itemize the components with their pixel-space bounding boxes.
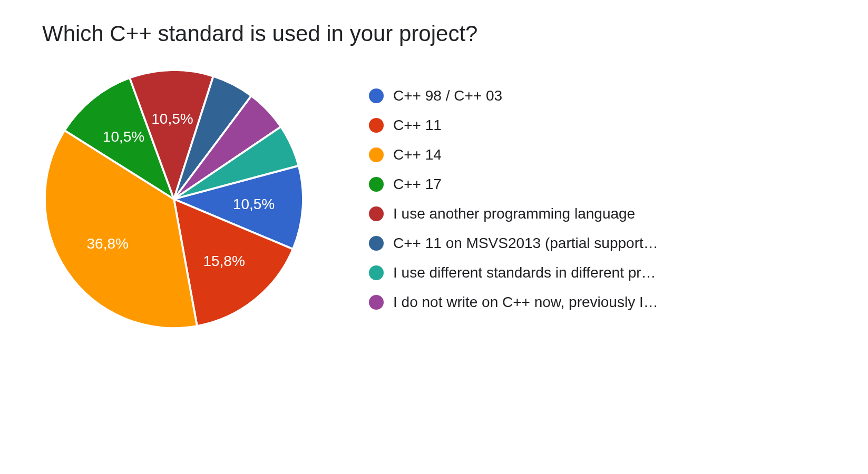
legend-label: C++ 11 [393,117,442,134]
legend-dot [369,147,384,162]
legend-label: I use different standards in different p… [393,264,656,281]
legend-item[interactable]: C++ 98 / C++ 03 [369,87,658,104]
legend-dot [369,177,384,192]
legend-dot [369,265,384,280]
legend-label: I use another programming language [393,205,635,222]
legend-label: C++ 98 / C++ 03 [393,87,502,104]
legend-label: I do not write on C++ now, previously I… [393,294,658,311]
legend-dot [369,88,384,103]
legend-item[interactable]: C++ 11 [369,117,658,134]
legend-label: C++ 14 [393,146,442,163]
chart-title: Which C++ standard is used in your proje… [42,21,826,46]
legend-item[interactable]: I do not write on C++ now, previously I… [369,294,658,311]
legend-item[interactable]: C++ 17 [369,176,658,193]
chart-container: 10,5%15,8%36,8%10,5%10,5% C++ 98 / C++ 0… [42,67,826,331]
legend-dot [369,118,384,133]
pie-chart: 10,5%15,8%36,8%10,5%10,5% [42,67,306,331]
legend-dot [369,236,384,251]
legend-item[interactable]: C++ 11 on MSVS2013 (partial support… [369,235,658,252]
legend-item[interactable]: I use another programming language [369,205,658,222]
legend-label: C++ 17 [393,176,442,193]
legend-item[interactable]: I use different standards in different p… [369,264,658,281]
legend-item[interactable]: C++ 14 [369,146,658,163]
legend-dot [369,295,384,310]
legend-label: C++ 11 on MSVS2013 (partial support… [393,235,658,252]
legend-dot [369,206,384,221]
legend: C++ 98 / C++ 03C++ 11C++ 14C++ 17I use a… [369,87,658,311]
